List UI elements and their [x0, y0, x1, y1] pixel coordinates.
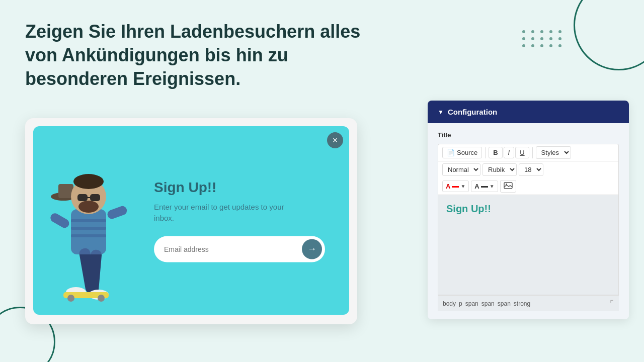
text-color-label: A — [446, 183, 450, 190]
page-headline: Zeigen Sie Ihren Ladenbesuchern alles vo… — [25, 20, 377, 90]
format-select[interactable]: Normal — [442, 163, 480, 176]
tag-span-2: span — [481, 300, 495, 307]
svg-rect-8 — [71, 219, 106, 222]
tag-p: p — [459, 300, 462, 307]
svg-point-20 — [73, 174, 104, 189]
editor-toolbar: 📄 Source B I U Styles Normal Rubik — [438, 144, 619, 195]
title-label: Title — [438, 131, 619, 139]
source-button[interactable]: 📄 Source — [442, 147, 482, 158]
editor-area[interactable]: Sign Up!! — [438, 195, 619, 295]
resize-icon: ⌜ — [610, 299, 614, 308]
source-icon: 📄 — [447, 149, 455, 156]
bg-color-dropdown-icon[interactable]: ▼ — [490, 184, 495, 189]
svg-rect-9 — [71, 227, 106, 230]
color-underline-black — [481, 186, 488, 188]
tag-span-3: span — [498, 300, 511, 307]
svg-rect-18 — [90, 194, 100, 201]
image-button[interactable] — [500, 180, 516, 193]
toolbar-divider-2 — [532, 147, 533, 158]
styles-select[interactable]: Styles — [536, 146, 571, 159]
toolbar-row-3: A ▼ A ▼ — [438, 178, 618, 195]
svg-rect-12 — [106, 205, 128, 220]
person-illustration — [33, 144, 144, 315]
bg-circle-decoration — [574, 0, 644, 70]
bg-dots-decoration — [522, 30, 564, 47]
svg-rect-7 — [71, 209, 106, 254]
popup-close-button[interactable]: × — [327, 132, 343, 148]
underline-button[interactable]: U — [515, 147, 529, 158]
bg-color-label: A — [474, 183, 479, 190]
email-input[interactable] — [164, 245, 302, 253]
signup-description: Enter your email to get updates to your … — [154, 201, 305, 224]
color-underline-red — [452, 186, 459, 188]
size-select[interactable]: 18 — [519, 163, 543, 176]
svg-rect-10 — [71, 234, 106, 237]
preview-card: × — [25, 118, 357, 324]
bold-button[interactable]: B — [489, 147, 502, 158]
submit-button[interactable]: → — [302, 239, 322, 259]
editor-content[interactable]: Sign Up!! — [446, 203, 610, 215]
svg-point-6 — [98, 295, 105, 302]
svg-rect-21 — [504, 183, 512, 189]
font-select[interactable]: Rubik — [482, 163, 517, 176]
breadcrumb-tags: body p span span span strong — [443, 300, 530, 307]
tag-span-1: span — [465, 300, 478, 307]
svg-point-16 — [78, 201, 99, 213]
config-panel: ▼ Configuration Title 📄 Source B I U Sty… — [428, 101, 629, 319]
svg-point-5 — [67, 295, 74, 302]
signup-content: Sign Up!! Enter your email to get update… — [154, 179, 325, 262]
config-body: Title 📄 Source B I U Styles — [428, 123, 629, 319]
status-bar: body p span span span strong ⌜ — [438, 295, 619, 311]
email-form: → — [154, 236, 325, 262]
popup-preview: × — [33, 126, 349, 315]
text-color-button[interactable]: A ▼ — [442, 180, 469, 192]
svg-rect-17 — [77, 194, 88, 201]
image-icon — [504, 183, 513, 191]
bg-color-button[interactable]: A ▼ — [471, 180, 498, 192]
toolbar-row-1: 📄 Source B I U Styles — [438, 144, 618, 161]
tag-body: body — [443, 300, 456, 307]
text-color-dropdown-icon[interactable]: ▼ — [460, 184, 465, 189]
tag-strong: strong — [514, 300, 530, 307]
svg-rect-11 — [49, 212, 71, 230]
toolbar-divider-1 — [485, 147, 486, 158]
config-header: ▼ Configuration — [428, 101, 629, 123]
toolbar-row-2: Normal Rubik 18 — [438, 161, 618, 178]
config-collapse-icon[interactable]: ▼ — [438, 109, 444, 116]
italic-button[interactable]: I — [504, 147, 515, 158]
signup-title: Sign Up!! — [154, 179, 325, 195]
config-header-title: Configuration — [448, 108, 497, 116]
